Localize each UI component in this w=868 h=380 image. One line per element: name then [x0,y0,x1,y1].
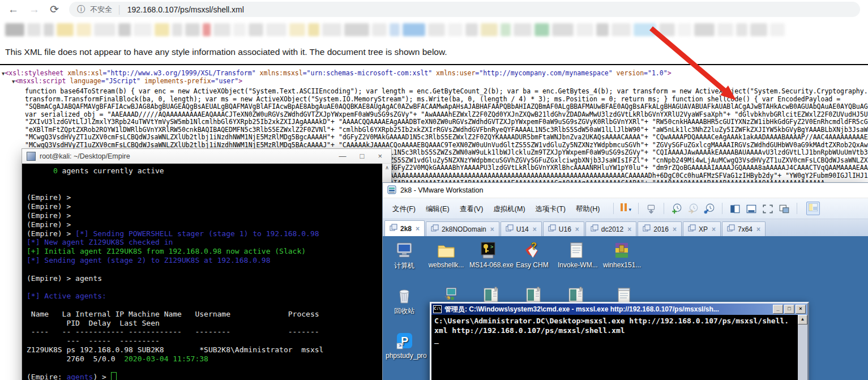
desktop-icon-notepad[interactable]: Invoke-WM... [558,241,595,269]
bookmark-blur-block[interactable] [448,23,463,36]
bookmark-blur-block[interactable] [155,23,169,36]
menu-item-t[interactable]: 选项卡(T) [531,205,571,213]
empire-terminal-output[interactable]: 0 agents currently active (Empire) > (Em… [22,164,383,380]
desktop-icon-computer[interactable]: 计算机 [386,241,423,271]
vm-tab-2k8NODomain[interactable]: 2k8NODomain× [426,221,499,236]
cmd-output[interactable]: C:\Users\Administrator.DC\Desktop>msxsl.… [431,315,798,380]
bookmark-blur-block[interactable] [44,23,54,36]
bookmark-blur-block[interactable] [266,23,287,36]
empire-titlebar[interactable]: root@kali: ~/Desktop/Empire — □ × [22,149,391,164]
vm-tab-XP[interactable]: XP× [683,221,721,236]
vm-tab-2k8[interactable]: 2k8× [384,220,425,236]
bookmark-blur-block[interactable] [717,23,733,36]
vm-tab-U14[interactable]: U14× [501,221,542,236]
minimize-icon[interactable]: _ [773,305,783,314]
bookmark-blur-block[interactable] [213,23,230,36]
vm-tab-dc2012[interactable]: dc2012× [585,221,636,236]
tab-close-icon[interactable]: × [416,225,420,233]
bookmark-blur-block[interactable] [172,23,182,36]
library-panel-button[interactable] [806,202,820,215]
bookmark-blur-block[interactable] [678,23,691,36]
reload-icon[interactable]: ⟳ [50,4,59,15]
bookmark-blur-block[interactable] [514,23,532,36]
desktop-icon-rar[interactable]: winhex151... [603,241,640,269]
unity-mode-icon[interactable] [779,203,790,214]
desktop-icon-folder[interactable]: webshellk... [427,241,465,269]
cmd-titlebar[interactable]: C:\ 管理员: C:\Windows\system32\cmd.exe - m… [431,304,807,315]
bookmark-blur-block[interactable] [249,23,263,36]
tab-close-icon[interactable]: × [712,225,716,233]
bookmark-blur-block[interactable] [289,23,305,36]
vmware-titlebar[interactable]: 2k8 - VMware Workstation [383,183,868,198]
url-text[interactable]: 192.168.0.107/ps/msxsl/shell.xml [127,5,244,14]
site-info-icon[interactable]: ⓘ [77,5,85,15]
bookmark-blur-block[interactable] [552,23,574,36]
bookmark-blur-block[interactable] [27,23,41,36]
address-bar[interactable]: ⓘ 不安全 │ 192.168.0.107/ps/msxsl/shell.xml [69,2,860,17]
show-sidebar-icon[interactable] [729,203,741,214]
take-snapshot-icon[interactable] [671,203,682,214]
bookmark-blur-block[interactable] [770,23,785,36]
bookmark-blur-block[interactable] [481,23,498,36]
tab-close-icon[interactable]: × [756,225,760,233]
show-thumbnail-bar-icon[interactable] [746,203,757,214]
desktop-icon-exe[interactable]: >MS14-068.exe [469,241,507,269]
bookmark-blur-block[interactable] [390,23,400,36]
tab-close-icon[interactable]: × [490,225,494,233]
vm-desktop[interactable]: Pphpstudy_pro回收站winhex151...Invoke-WM...… [383,236,868,380]
minimize-icon[interactable]: — [339,152,347,160]
desktop-icon-phpstudy[interactable]: Pphpstudy_pro [386,331,423,360]
menu-item-h[interactable]: 帮助(H) [571,205,605,213]
scroll-up-icon[interactable]: ∧ [383,164,391,172]
bookmark-blur-block[interactable] [634,23,656,36]
bookmark-blur-block[interactable] [736,23,747,36]
bookmark-blur-block[interactable] [134,23,152,36]
empire-terminal-window[interactable]: root@kali: ~/Desktop/Empire — □ × 0 agen… [22,148,392,380]
bookmark-blur-block[interactable] [344,23,369,36]
revert-snapshot-icon[interactable] [687,203,699,214]
bookmark-blur-block[interactable] [596,23,609,36]
vmware-window[interactable]: 2k8 - VMware Workstation 文件(F)编辑(E)查看(V)… [382,182,868,380]
vm-tab-7x64[interactable]: 7x64× [722,221,766,236]
desktop-icon-chm[interactable]: ?Easy CHM [514,241,551,269]
bookmark-blur-block[interactable] [501,23,511,36]
bookmark-blur-block[interactable] [428,23,445,36]
menu-item-m[interactable]: 虚拟机(M) [488,205,530,213]
bookmark-blur-block[interactable] [118,23,131,36]
bookmark-blur-block[interactable] [694,23,715,36]
bookmark-blur-block[interactable] [403,23,425,36]
bookmark-blur-block[interactable] [465,23,478,36]
bookmark-blur-block[interactable] [5,23,24,36]
bookmark-blur-block[interactable] [372,23,387,36]
menu-item-v[interactable]: 查看(V) [455,205,489,213]
maximize-icon[interactable]: □ [784,305,794,314]
scroll-up-icon[interactable]: ▲ [798,315,807,325]
cmd-scrollbar[interactable]: ▲ [798,315,807,380]
tab-close-icon[interactable]: × [575,225,579,233]
close-icon[interactable]: × [378,152,382,160]
bookmark-blur-block[interactable] [308,23,319,36]
fullscreen-icon[interactable] [762,203,773,214]
bookmark-blur-block[interactable] [750,23,767,36]
bookmark-blur-block[interactable] [94,23,116,36]
back-icon[interactable]: ← [8,4,19,15]
bookmark-blur-block[interactable] [76,23,91,36]
tab-close-icon[interactable]: × [533,225,537,233]
bookmark-blur-block[interactable] [612,23,631,36]
snapshot-manager-icon[interactable] [704,203,715,214]
maximize-icon[interactable]: □ [360,152,365,160]
vm-tab-U16[interactable]: U16× [543,221,584,236]
menu-item-f[interactable]: 文件(F) [387,205,421,213]
chevron-down-icon[interactable]: ▾ [628,207,631,212]
bookmark-blur-block[interactable] [185,23,200,36]
bookmark-blur-block[interactable] [233,23,246,36]
close-icon[interactable]: × [796,305,806,314]
bookmark-blur-block[interactable] [659,23,675,36]
bookmark-blur-block[interactable] [535,23,549,36]
bookmark-blur-block[interactable] [203,23,211,36]
bookmark-blur-block[interactable] [576,23,593,36]
desktop-icon-recycle[interactable]: 回收站 [386,286,423,316]
vm-tab-2016[interactable]: 2016× [638,221,682,236]
bookmark-blur-block[interactable] [322,23,341,36]
pause-button[interactable]: ▾ [621,203,631,214]
